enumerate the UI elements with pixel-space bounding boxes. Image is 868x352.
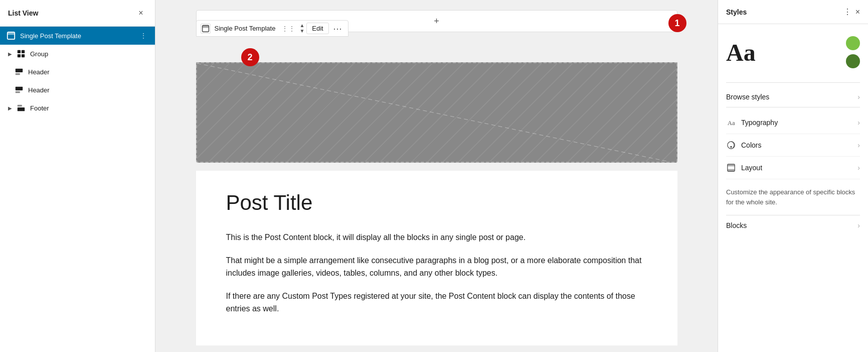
layout-icon — [726, 163, 736, 173]
group-icon — [16, 49, 26, 59]
footer-icon — [16, 103, 26, 113]
list-view-header: List View × — [0, 0, 155, 27]
edit-button[interactable]: Edit — [306, 23, 328, 34]
browse-styles-row[interactable]: Browse styles › — [726, 87, 860, 107]
svg-text:Aa: Aa — [728, 120, 735, 127]
color-dot-light — [846, 36, 860, 50]
svg-rect-9 — [16, 91, 20, 93]
badge-1: 1 — [668, 14, 686, 32]
layout-chevron-icon: › — [857, 164, 860, 172]
template-block-toolbar-label: Single Post Template — [213, 25, 278, 32]
post-paragraph-1: This is the Post Content block, it will … — [226, 231, 647, 244]
list-item-single-post-template[interactable]: Single Post Template ⋮ — [0, 27, 155, 45]
blocks-chevron-icon: › — [857, 221, 860, 229]
colors-row-left: Colors — [726, 140, 761, 150]
svg-rect-4 — [18, 54, 21, 57]
drag-handle[interactable]: ⋮⋮ — [279, 25, 297, 33]
group-expand-arrow[interactable]: ▶ — [6, 50, 14, 58]
typography-row-left: Aa Typography — [726, 118, 778, 128]
svg-rect-1 — [8, 32, 15, 35]
styles-row-colors[interactable]: Colors › — [726, 134, 860, 157]
blocks-label: Blocks — [726, 221, 747, 229]
svg-rect-7 — [16, 73, 20, 75]
post-paragraph-2: That might be a simple arrangement like … — [226, 254, 647, 280]
svg-rect-2 — [18, 50, 21, 53]
main-content: + 1 Single Post Template ⋮⋮ — [155, 0, 718, 352]
styles-divider-1 — [726, 82, 860, 83]
svg-rect-10 — [18, 105, 22, 107]
svg-point-16 — [730, 146, 732, 148]
template-block-wrapper: Single Post Template ⋮⋮ ▲ ▼ Edit ⋯ 2 — [196, 40, 677, 163]
svg-rect-3 — [22, 50, 25, 53]
arrow-down-button[interactable]: ▼ — [299, 29, 304, 34]
footer-expand-arrow[interactable]: ▶ — [6, 104, 14, 112]
styles-row-typography[interactable]: Aa Typography › — [726, 111, 860, 134]
list-item-header-2[interactable]: Header — [0, 81, 155, 99]
list-item-header-1[interactable]: Header — [0, 63, 155, 81]
add-block-button[interactable]: + — [434, 16, 439, 27]
typography-preview: Aa — [726, 39, 756, 66]
svg-rect-5 — [22, 54, 25, 57]
styles-header: Styles ⋮ × — [718, 0, 868, 24]
template-block-toolbar: Single Post Template ⋮⋮ ▲ ▼ Edit ⋯ — [196, 20, 349, 37]
typography-icon: Aa — [726, 118, 736, 128]
typography-chevron-icon: › — [857, 119, 860, 127]
svg-rect-8 — [16, 87, 23, 90]
styles-header-actions: ⋮ × — [843, 7, 860, 17]
styles-more-button[interactable]: ⋮ — [843, 7, 851, 17]
canvas-area: + 1 Single Post Template ⋮⋮ — [155, 0, 718, 352]
styles-panel: Styles ⋮ × Aa Browse styles › Aa — [718, 0, 868, 352]
svg-rect-19 — [728, 169, 735, 172]
color-dot-dark — [846, 54, 860, 68]
list-item-footer[interactable]: ▶ Footer — [0, 99, 155, 117]
template-image-placeholder — [196, 62, 677, 163]
template-block-toolbar-icon — [201, 24, 211, 34]
single-post-template-more-button[interactable]: ⋮ — [138, 31, 149, 41]
styles-panel-title: Styles — [726, 8, 747, 16]
footer-label: Footer — [30, 104, 149, 112]
browse-styles-label: Browse styles — [726, 93, 769, 101]
styles-preview: Aa — [726, 32, 860, 72]
header-icon-1 — [14, 67, 24, 77]
list-view-title: List View — [8, 9, 38, 17]
browse-styles-chevron-icon: › — [857, 93, 860, 101]
customize-text: Customize the appearance of specific blo… — [726, 187, 860, 207]
post-paragraph-3: If there are any Custom Post Types regis… — [226, 290, 647, 315]
colors-label: Colors — [741, 141, 761, 149]
blocks-row[interactable]: Blocks › — [726, 215, 860, 236]
svg-rect-6 — [16, 69, 23, 72]
header-2-label: Header — [28, 86, 149, 94]
diagonal-line-svg — [197, 63, 676, 163]
svg-line-14 — [197, 63, 676, 163]
template-icon — [6, 31, 16, 41]
layout-row-left: Layout — [726, 163, 762, 173]
svg-rect-13 — [202, 25, 209, 28]
single-post-template-label: Single Post Template — [20, 32, 138, 40]
list-view-items: Single Post Template ⋮ ▶ Group — [0, 27, 155, 352]
header-icon-2 — [14, 85, 24, 95]
badge-2: 2 — [241, 48, 259, 66]
arrow-up-button[interactable]: ▲ — [299, 23, 304, 28]
group-label: Group — [30, 50, 149, 58]
list-view-panel: List View × Single Post Template ⋮ ▶ — [0, 0, 155, 352]
toolbar-container: Single Post Template ⋮⋮ ▲ ▼ Edit ⋯ — [196, 40, 677, 62]
list-item-group[interactable]: ▶ Group — [0, 45, 155, 63]
toolbar-more-button[interactable]: ⋯ — [331, 23, 344, 34]
post-title: Post Title — [226, 191, 647, 215]
styles-row-layout[interactable]: Layout › — [726, 157, 860, 179]
typography-label: Typography — [741, 119, 778, 127]
styles-body: Aa Browse styles › Aa Typography › — [718, 24, 868, 352]
post-content: Post Title This is the Post Content bloc… — [196, 171, 677, 345]
svg-rect-11 — [18, 107, 25, 111]
styles-close-button[interactable]: × — [855, 8, 860, 17]
list-view-close-button[interactable]: × — [135, 7, 147, 19]
layout-label: Layout — [741, 164, 762, 172]
toolbar-arrows: ▲ ▼ — [299, 23, 304, 34]
svg-rect-18 — [728, 164, 735, 167]
styles-colors-column — [846, 36, 860, 68]
colors-chevron-icon: › — [857, 141, 860, 149]
colors-icon — [726, 140, 736, 150]
header-1-label: Header — [28, 68, 149, 76]
